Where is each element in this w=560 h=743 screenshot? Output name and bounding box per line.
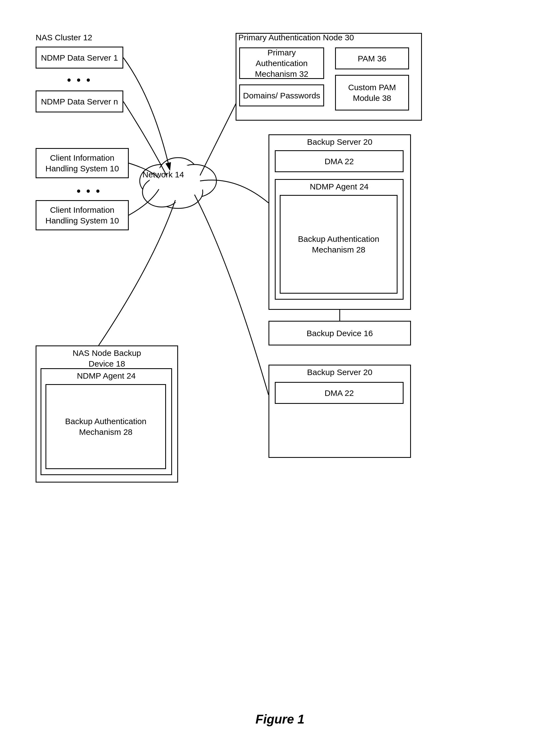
network-cloud bbox=[140, 158, 217, 208]
dma-top-box: DMA 22 bbox=[275, 150, 404, 172]
svg-point-0 bbox=[140, 165, 184, 198]
ndmp-agent-top-title: NDMP Agent 24 bbox=[276, 181, 403, 192]
dma-bottom-label: DMA 22 bbox=[325, 388, 354, 398]
backup-auth-top-box: Backup AuthenticationMechanism 28 bbox=[280, 195, 398, 294]
svg-point-3 bbox=[153, 175, 203, 208]
backup-auth-bottom-label: Backup AuthenticationMechanism 28 bbox=[65, 416, 147, 437]
client-info-bottom-box: Client InformationHandling System 10 bbox=[36, 200, 129, 230]
nas-cluster-label: NAS Cluster 12 bbox=[36, 33, 92, 42]
pam-36-label: PAM 36 bbox=[358, 53, 386, 64]
svg-point-2 bbox=[173, 165, 217, 198]
backup-server-top-title: Backup Server 20 bbox=[269, 136, 410, 147]
custom-pam-box: Custom PAMModule 38 bbox=[335, 75, 409, 111]
client-dots: • • • bbox=[77, 185, 101, 198]
backup-auth-bottom-box: Backup AuthenticationMechanism 28 bbox=[45, 384, 166, 469]
ndmp-agent-top-box: NDMP Agent 24 Backup AuthenticationMecha… bbox=[275, 179, 404, 300]
ndmp-server-n-box: NDMP Data Server n bbox=[36, 90, 123, 113]
svg-point-5 bbox=[149, 164, 204, 202]
custom-pam-label: Custom PAMModule 38 bbox=[348, 82, 396, 103]
nas-node-backup-title: NAS Node BackupDevice 18 bbox=[37, 348, 177, 369]
backup-server-bottom-title: Backup Server 20 bbox=[269, 367, 410, 378]
nas-node-backup-box: NAS Node BackupDevice 18 NDMP Agent 24 B… bbox=[36, 345, 178, 483]
domains-passwords-label: Domains/ Passwords bbox=[243, 90, 320, 101]
dma-top-label: DMA 22 bbox=[325, 156, 354, 167]
ndmp-server-1-box: NDMP Data Server 1 bbox=[36, 47, 123, 69]
primary-auth-mech-box: Primary AuthenticationMechanism 32 bbox=[239, 47, 324, 79]
backup-device-box: Backup Device 16 bbox=[269, 321, 411, 345]
server-dots: • • • bbox=[67, 74, 92, 86]
pam-36-box: PAM 36 bbox=[335, 47, 409, 70]
backup-server-bottom-box: Backup Server 20 DMA 22 bbox=[269, 365, 411, 458]
ndmp-server-n-label: NDMP Data Server n bbox=[41, 96, 118, 107]
primary-auth-mech-label: Primary AuthenticationMechanism 32 bbox=[243, 47, 321, 79]
backup-auth-top-label: Backup AuthenticationMechanism 28 bbox=[298, 233, 379, 255]
backup-device-label: Backup Device 16 bbox=[307, 328, 373, 339]
diagram-container: NAS Cluster 12 NDMP Data Server 1 • • • … bbox=[16, 16, 544, 702]
dma-bottom-box: DMA 22 bbox=[275, 382, 404, 404]
svg-point-4 bbox=[142, 177, 181, 207]
domains-passwords-box: Domains/ Passwords bbox=[239, 84, 324, 106]
client-info-top-box: Client InformationHandling System 10 bbox=[36, 148, 129, 178]
client-info-top-label: Client InformationHandling System 10 bbox=[45, 152, 119, 174]
network-label: Network 14 bbox=[142, 170, 184, 179]
figure-label: Figure 1 bbox=[0, 712, 560, 727]
primary-auth-node-box: Primary AuthenticationMechanism 32 PAM 3… bbox=[236, 33, 422, 121]
backup-server-top-box: Backup Server 20 DMA 22 NDMP Agent 24 Ba… bbox=[269, 134, 411, 310]
ndmp-agent-bottom-box: NDMP Agent 24 Backup AuthenticationMecha… bbox=[41, 368, 172, 475]
client-info-bottom-label: Client InformationHandling System 10 bbox=[45, 205, 119, 226]
ndmp-server-1-label: NDMP Data Server 1 bbox=[41, 52, 118, 63]
primary-auth-node-title: Primary Authentication Node 30 bbox=[238, 33, 354, 42]
ndmp-agent-bottom-title: NDMP Agent 24 bbox=[41, 370, 171, 381]
